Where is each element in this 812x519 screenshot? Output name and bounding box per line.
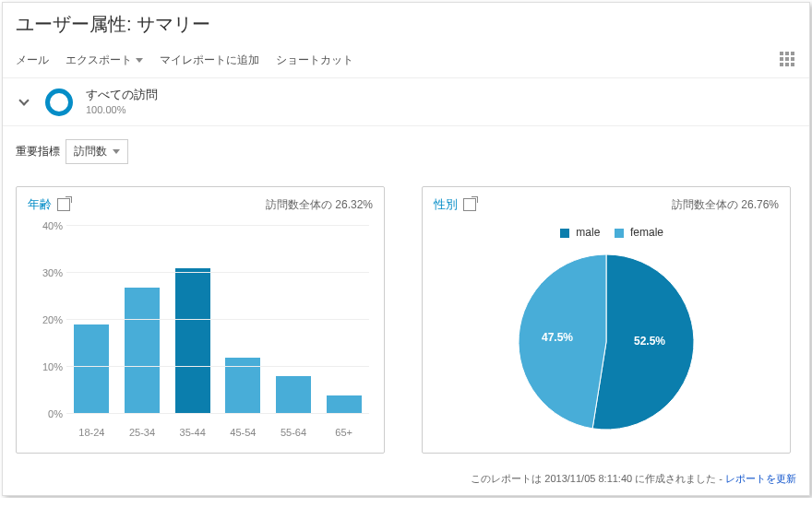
age-bar	[327, 395, 362, 414]
segment-percent: 100.00%	[86, 103, 158, 116]
caret-down-icon	[113, 149, 120, 154]
grid-view-icon[interactable]	[780, 52, 796, 68]
gender-pie-chart: 52.5% 47.5%	[514, 250, 699, 434]
gender-panel-title[interactable]: 性別	[434, 196, 458, 213]
export-button[interactable]: エクスポート	[66, 53, 143, 68]
page-title: ユーザー属性: サマリー	[3, 3, 809, 46]
caret-down-icon	[136, 58, 143, 63]
x-tick-label: 18-24	[66, 427, 117, 438]
age-bar	[276, 376, 311, 414]
add-to-my-reports-button[interactable]: マイレポートに追加	[160, 53, 259, 68]
y-tick-label: 20%	[28, 314, 63, 325]
x-tick-label: 45-54	[218, 427, 269, 438]
age-bar-chart: 0%10%20%30%40% 18-2425-3435-4445-5455-64…	[28, 226, 373, 438]
age-panel-subtext: 訪問数全体の 26.32%	[266, 197, 373, 213]
metric-select-value: 訪問数	[74, 144, 107, 159]
y-tick-label: 40%	[28, 220, 63, 231]
age-panel: 年齢 訪問数全体の 26.32% 0%10%20%30%40% 18-2425-…	[16, 186, 385, 454]
segment-expand-button[interactable]	[16, 94, 32, 111]
y-tick-label: 0%	[28, 408, 63, 419]
age-bar	[175, 268, 210, 414]
y-tick-label: 10%	[28, 361, 63, 372]
female-swatch	[615, 229, 624, 238]
segment-row: すべての訪問 100.00%	[3, 78, 809, 126]
male-swatch	[560, 229, 569, 238]
x-tick-label: 25-34	[117, 427, 168, 438]
gender-legend: male female	[434, 226, 779, 239]
age-bar	[125, 288, 160, 415]
mail-button[interactable]: メール	[16, 53, 49, 68]
chevron-down-icon	[18, 95, 29, 105]
segment-ring-icon	[45, 88, 73, 116]
x-tick-label: 35-44	[167, 427, 218, 438]
gender-panel: 性別 訪問数全体の 26.76% male female 52.5% 47.5%	[422, 186, 791, 454]
female-slice-label: 47.5%	[542, 331, 573, 344]
male-legend-label: male	[576, 226, 600, 239]
female-legend-label: female	[630, 226, 663, 239]
toolbar: メール エクスポート マイレポートに追加 ショートカット	[3, 46, 809, 78]
x-tick-label: 55-64	[269, 427, 319, 438]
footer-timestamp: 2013/11/05 8:11:40	[544, 473, 632, 484]
x-tick-label: 65+	[318, 427, 369, 438]
report-footer: このレポートは 2013/11/05 8:11:40 に作成されました - レポ…	[3, 466, 809, 495]
external-link-icon[interactable]	[57, 198, 70, 211]
segment-name: すべての訪問	[86, 88, 158, 103]
external-link-icon[interactable]	[463, 198, 476, 211]
shortcut-button[interactable]: ショートカット	[276, 53, 353, 68]
age-panel-title[interactable]: 年齢	[28, 196, 52, 213]
age-bar	[74, 324, 109, 414]
metric-row: 重要指標 訪問数	[3, 126, 809, 177]
export-label: エクスポート	[66, 53, 132, 68]
footer-created-text: に作成されました -	[632, 473, 725, 484]
male-slice-label: 52.5%	[634, 335, 665, 348]
y-tick-label: 30%	[28, 267, 63, 278]
refresh-report-link[interactable]: レポートを更新	[725, 473, 796, 484]
metric-label: 重要指標	[16, 144, 60, 159]
metric-select[interactable]: 訪問数	[66, 139, 128, 164]
footer-prefix: このレポートは	[471, 473, 544, 484]
gender-panel-subtext: 訪問数全体の 26.76%	[672, 197, 779, 213]
